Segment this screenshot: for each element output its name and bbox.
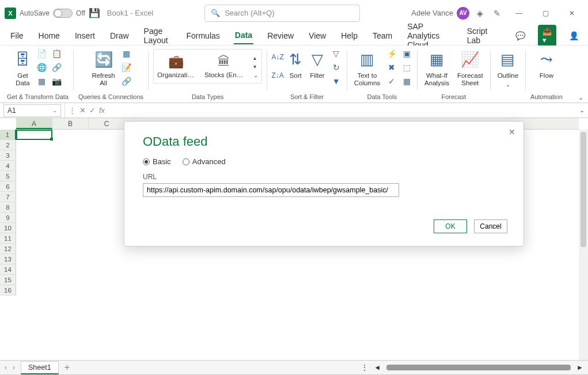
vertical-scrollbar[interactable] xyxy=(579,130,588,360)
tab-page-layout[interactable]: Page Layout xyxy=(143,23,173,48)
comments-button[interactable]: 💬 xyxy=(515,31,525,40)
scrollbar-thumb[interactable] xyxy=(581,132,586,247)
data-model-icon[interactable]: ▦ xyxy=(401,75,412,87)
tab-file[interactable]: File xyxy=(9,28,25,44)
tab-home[interactable]: Home xyxy=(37,28,61,44)
advanced-filter-icon[interactable]: ▼ xyxy=(331,75,342,87)
formula-input[interactable] xyxy=(108,104,588,117)
reapply-icon[interactable]: ↻ xyxy=(331,62,342,73)
horizontal-scrollbar[interactable] xyxy=(386,365,571,370)
row-header[interactable]: 5 xyxy=(0,171,16,181)
person-icon[interactable]: 👤 xyxy=(569,31,579,40)
close-button[interactable]: ✕ xyxy=(560,5,583,22)
name-box[interactable]: A1 ⌄ xyxy=(3,104,61,117)
row-header[interactable]: 9 xyxy=(0,213,16,223)
clear-filter-icon[interactable]: ▽ xyxy=(331,48,342,59)
from-text-icon[interactable]: 📄 xyxy=(36,48,47,59)
tab-data[interactable]: Data xyxy=(234,27,253,44)
properties-icon[interactable]: 📝 xyxy=(121,62,132,73)
account-avatar[interactable]: AV xyxy=(457,7,469,20)
from-web-icon[interactable]: 🌐 xyxy=(36,62,47,73)
from-table-icon[interactable]: ▦ xyxy=(36,75,47,87)
row-header[interactable]: 6 xyxy=(0,181,16,192)
data-validation-icon[interactable]: ✓ xyxy=(386,75,397,87)
row-header[interactable]: 15 xyxy=(0,275,16,285)
url-input[interactable] xyxy=(143,183,399,197)
sheet-options-icon[interactable]: ⋮ xyxy=(361,363,368,372)
outline-button[interactable]: ▤ Outline ⌄ xyxy=(495,48,521,90)
tab-script-lab[interactable]: Script Lab xyxy=(466,23,490,48)
ok-button[interactable]: OK xyxy=(434,219,467,233)
queries-connections-icon[interactable]: ▦ xyxy=(121,48,132,59)
brush-icon[interactable]: ✎ xyxy=(490,9,504,18)
flow-button[interactable]: ⤳ Flow xyxy=(537,48,556,82)
active-cell[interactable] xyxy=(16,130,52,140)
flash-fill-icon[interactable]: ⚡ xyxy=(386,48,397,59)
col-header[interactable]: C xyxy=(89,118,125,129)
row-header[interactable]: 12 xyxy=(0,244,16,254)
minimize-button[interactable]: — xyxy=(507,5,530,22)
row-header[interactable]: 2 xyxy=(0,140,16,150)
recent-sources-icon[interactable]: 📋 xyxy=(51,48,62,59)
cancel-button[interactable]: Cancel xyxy=(474,219,507,233)
remove-duplicates-icon[interactable]: ✖ xyxy=(386,62,397,73)
row-header[interactable]: 14 xyxy=(0,264,16,275)
search-box[interactable]: 🔍 Search (Alt+Q) xyxy=(204,5,360,22)
data-type-stocks[interactable]: 🏛 Stocks (En… xyxy=(204,54,243,78)
enter-formula-icon[interactable]: ✓ xyxy=(89,106,96,115)
account-username[interactable]: Adele Vance xyxy=(411,9,453,17)
radio-basic[interactable]: Basic xyxy=(143,157,171,166)
sheet-nav-prev[interactable]: ‹ xyxy=(5,363,7,372)
row-header[interactable]: 7 xyxy=(0,192,16,202)
relationships-icon[interactable]: ⬚ xyxy=(401,62,412,73)
tab-insert[interactable]: Insert xyxy=(74,28,96,44)
forecast-sheet-button[interactable]: 📈 Forecast Sheet xyxy=(455,48,485,89)
filter-button[interactable]: ▽ Filter xyxy=(308,48,327,82)
sort-button[interactable]: ⇅ Sort xyxy=(287,48,304,82)
tab-team[interactable]: Team xyxy=(371,28,393,44)
tab-draw[interactable]: Draw xyxy=(109,28,130,44)
autosave-toggle[interactable] xyxy=(53,9,73,18)
row-header[interactable]: 4 xyxy=(0,161,16,171)
sheet-tab-active[interactable]: Sheet1 xyxy=(21,361,59,374)
sort-ascending-icon[interactable]: A↓Z xyxy=(272,51,283,63)
collapse-ribbon-icon[interactable]: ⌄ xyxy=(578,94,583,101)
sheet-nav-next[interactable]: › xyxy=(13,363,15,372)
diamond-icon[interactable]: ◈ xyxy=(473,9,487,18)
whatif-button[interactable]: ▦ What-If Analysis xyxy=(422,48,452,89)
row-header[interactable]: 16 xyxy=(0,285,16,296)
col-header[interactable]: A xyxy=(16,118,52,129)
text-to-columns-button[interactable]: ▥ Text to Columns xyxy=(352,48,382,89)
col-header[interactable]: B xyxy=(52,118,89,129)
data-type-organization[interactable]: 💼 Organizati… xyxy=(157,54,194,78)
expand-formula-bar-icon[interactable]: ⌄ xyxy=(579,107,585,114)
hscroll-right-icon[interactable]: ► xyxy=(576,363,583,372)
tab-formulas[interactable]: Formulas xyxy=(185,28,221,44)
share-button[interactable]: 📤▾ xyxy=(538,25,556,47)
scroll-up-icon[interactable]: ▴ xyxy=(253,55,258,61)
maximize-button[interactable]: ▢ xyxy=(534,5,557,22)
row-header[interactable]: 1 xyxy=(0,130,16,140)
fx-icon[interactable]: fx xyxy=(99,106,105,115)
refresh-all-button[interactable]: 🔄 Refresh All xyxy=(89,48,117,89)
edit-links-icon[interactable]: 🔗 xyxy=(121,75,132,87)
sort-descending-icon[interactable]: Z↓A xyxy=(272,70,283,81)
add-sheet-button[interactable]: + xyxy=(65,362,70,373)
from-picture-icon[interactable]: 📷 xyxy=(51,75,62,87)
chevron-down-icon[interactable]: ⌄ xyxy=(52,107,57,113)
get-data-button[interactable]: 🗄 Get Data xyxy=(13,48,32,89)
autosave-toggle-group[interactable]: AutoSave Off xyxy=(20,9,85,18)
row-header[interactable]: 3 xyxy=(0,150,16,161)
row-header[interactable]: 13 xyxy=(0,254,16,264)
expand-icon[interactable]: ⌄ xyxy=(253,72,258,78)
dialog-close-button[interactable]: ✕ xyxy=(509,127,515,137)
save-icon[interactable]: 💾 xyxy=(89,7,100,18)
hscroll-left-icon[interactable]: ◄ xyxy=(374,363,381,372)
cancel-formula-icon[interactable]: ✕ xyxy=(79,106,86,115)
consolidate-icon[interactable]: ▣ xyxy=(401,48,412,59)
row-header[interactable]: 11 xyxy=(0,233,16,244)
scroll-down-icon[interactable]: ▾ xyxy=(253,63,258,70)
radio-advanced[interactable]: Advanced xyxy=(183,157,226,166)
tab-view[interactable]: View xyxy=(308,28,327,44)
row-header[interactable]: 10 xyxy=(0,223,16,233)
